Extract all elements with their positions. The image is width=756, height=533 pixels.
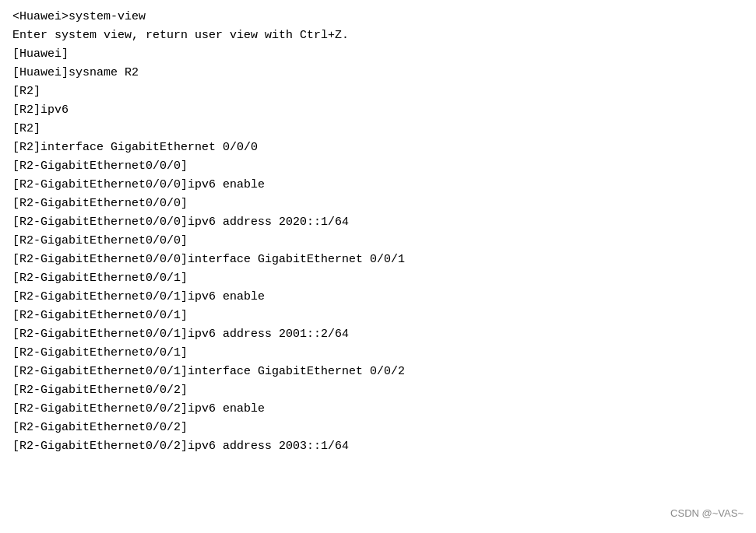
terminal-line: [R2-GigabitEthernet0/0/0]ipv6 address 20…: [12, 213, 744, 232]
terminal-output: <Huawei>system-viewEnter system view, re…: [12, 8, 744, 456]
terminal-line: [R2]: [12, 82, 744, 101]
terminal-line: [R2-GigabitEthernet0/0/1]ipv6 enable: [12, 288, 744, 307]
terminal-line: [R2-GigabitEthernet0/0/1]: [12, 269, 744, 288]
terminal-line: [R2-GigabitEthernet0/0/1]: [12, 344, 744, 363]
terminal-line: [R2-GigabitEthernet0/0/1]ipv6 address 20…: [12, 325, 744, 344]
terminal-line: [R2-GigabitEthernet0/0/0]interface Gigab…: [12, 251, 744, 269]
terminal-line: [R2-GigabitEthernet0/0/0]ipv6 enable: [12, 176, 744, 195]
terminal-line: [Huawei]: [12, 45, 744, 64]
watermark: CSDN @~VAS~: [670, 507, 744, 519]
terminal-line: [Huawei]sysname R2: [12, 64, 744, 82]
terminal-line: [R2-GigabitEthernet0/0/1]interface Gigab…: [12, 363, 744, 381]
terminal-line: [R2-GigabitEthernet0/0/2]ipv6 address 20…: [12, 437, 744, 456]
terminal-line: [R2-GigabitEthernet0/0/1]: [12, 307, 744, 325]
terminal-line: <Huawei>system-view: [12, 8, 744, 26]
terminal-line: [R2-GigabitEthernet0/0/2]ipv6 enable: [12, 400, 744, 419]
terminal-line: [R2-GigabitEthernet0/0/2]: [12, 419, 744, 437]
terminal-line: [R2-GigabitEthernet0/0/0]: [12, 195, 744, 213]
terminal-line: Enter system view, return user view with…: [12, 26, 744, 45]
terminal-line: [R2-GigabitEthernet0/0/0]: [12, 157, 744, 176]
terminal-line: [R2-GigabitEthernet0/0/0]: [12, 232, 744, 251]
terminal-container: <Huawei>system-viewEnter system view, re…: [0, 0, 756, 533]
terminal-line: [R2]: [12, 120, 744, 139]
terminal-line: [R2]ipv6: [12, 101, 744, 120]
terminal-line: [R2]interface GigabitEthernet 0/0/0: [12, 139, 744, 157]
terminal-line: [R2-GigabitEthernet0/0/2]: [12, 381, 744, 400]
